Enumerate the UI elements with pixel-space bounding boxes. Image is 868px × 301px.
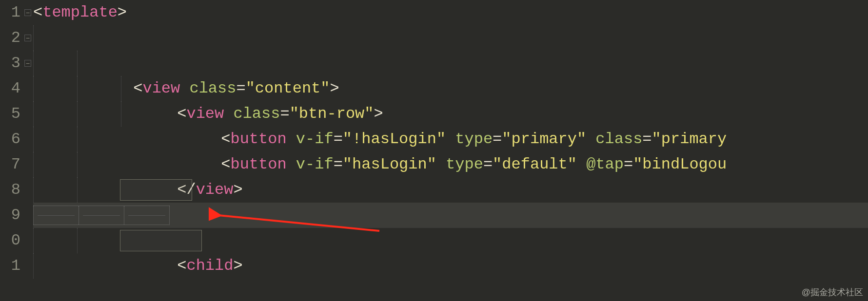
tag-match-highlight — [120, 230, 202, 251]
bracket: < — [33, 3, 42, 21]
fold-column: − − − — [23, 0, 33, 301]
code-line[interactable]: <template> — [33, 0, 868, 25]
code-line-current[interactable] — [33, 203, 868, 228]
code-line[interactable]: </child> — [33, 228, 868, 253]
line-number: 9 — [0, 203, 20, 228]
line-number: 8 — [0, 177, 20, 203]
code-area[interactable]: <template> <view class="content"> <view … — [33, 0, 868, 301]
code-line[interactable]: <view class="content"> — [33, 25, 868, 51]
code-line[interactable]: <view class="btn-row"> — [33, 51, 868, 76]
whitespace-indicator — [33, 206, 170, 225]
line-number-gutter: 1 2 3 4 5 6 7 8 9 0 1 — [0, 0, 23, 301]
code-line[interactable]: </view> — [33, 127, 868, 152]
line-number: 2 — [0, 25, 20, 51]
line-number: 0 — [0, 228, 20, 253]
line-number: 5 — [0, 101, 20, 127]
code-editor[interactable]: 1 2 3 4 5 6 7 8 9 0 1 − − − <template> <… — [0, 0, 868, 301]
code-line[interactable]: <button v-if="hasLogin" type="default" @… — [33, 101, 868, 127]
tag-match-highlight — [120, 179, 192, 201]
line-number: 1 — [0, 0, 20, 25]
line-number: 7 — [0, 152, 20, 177]
fold-toggle-icon[interactable]: − — [24, 35, 31, 41]
bracket: > — [118, 3, 127, 21]
code-line[interactable] — [33, 152, 868, 177]
watermark-text: @掘金技术社区 — [802, 286, 863, 298]
code-line[interactable]: </view> — [33, 253, 868, 279]
line-number: 4 — [0, 76, 20, 101]
fold-toggle-icon[interactable]: − — [24, 60, 31, 67]
fold-toggle-icon[interactable]: − — [24, 9, 31, 16]
line-number: 1 — [0, 253, 20, 279]
code-line[interactable]: <child> — [33, 177, 868, 203]
line-number: 3 — [0, 51, 20, 76]
tag-name: template — [42, 3, 118, 21]
code-line[interactable]: <button v-if="!hasLogin" type="primary" … — [33, 76, 868, 101]
line-number: 6 — [0, 127, 20, 152]
